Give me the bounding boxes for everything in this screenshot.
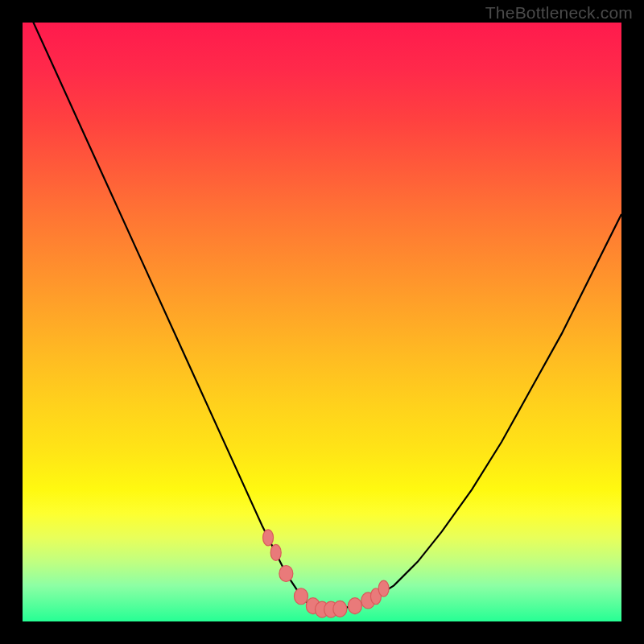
curve-marker bbox=[263, 530, 274, 546]
curve-marker bbox=[378, 580, 389, 597]
curve-marker bbox=[270, 544, 281, 560]
plot-area bbox=[23, 23, 621, 621]
bottleneck-curve bbox=[23, 23, 621, 609]
marker-group bbox=[263, 530, 390, 617]
watermark-text: TheBottleneck.com bbox=[485, 3, 633, 23]
curve-marker bbox=[279, 565, 293, 581]
curve-marker bbox=[333, 601, 347, 617]
chart-frame: TheBottleneck.com bbox=[0, 0, 644, 644]
chart-svg bbox=[23, 23, 621, 621]
curve-marker bbox=[294, 588, 308, 605]
curve-marker bbox=[348, 598, 361, 614]
